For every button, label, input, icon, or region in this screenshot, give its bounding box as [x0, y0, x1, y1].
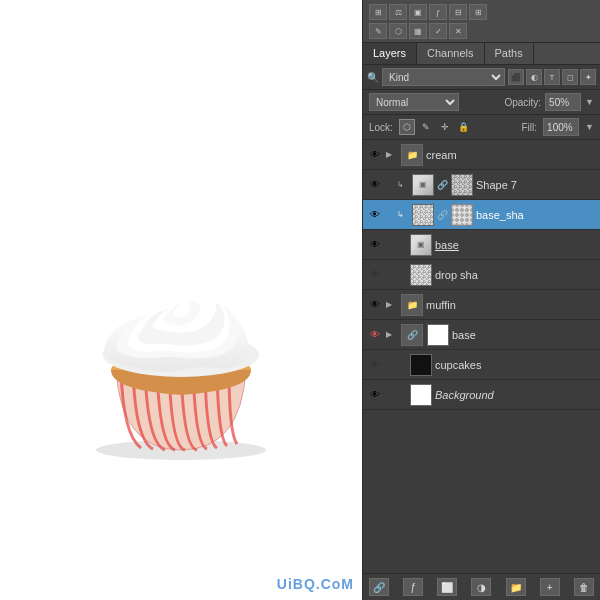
- layer-item-drop-sha[interactable]: 👁 drop sha: [363, 260, 600, 290]
- cross-icon[interactable]: ✕: [449, 23, 467, 39]
- layer-item-base[interactable]: 👁 ▣ base: [363, 230, 600, 260]
- smart-filter-icon[interactable]: ✦: [580, 69, 596, 85]
- fill-label: Fill:: [522, 122, 538, 133]
- opacity-arrow[interactable]: ▼: [585, 97, 594, 107]
- layer-item-cupcakes[interactable]: 👁 cupcakes: [363, 350, 600, 380]
- blend-mode-row: Normal Opacity: ▼: [363, 90, 600, 115]
- link-arrow-base-sha: ↳: [397, 210, 409, 219]
- brush-icon[interactable]: ⬡: [389, 23, 407, 39]
- layer-item-cream[interactable]: 👁 ▶ 📁 cream: [363, 140, 600, 170]
- panel-toolbar: ⊞ ⚖ ▣ ƒ ⊟ ⊞ ✎ ⬡ ▦ ✓ ✕: [363, 0, 600, 43]
- layer-thumb-background: [410, 384, 432, 406]
- lock-transparent-icon[interactable]: ⬡: [399, 119, 415, 135]
- visibility-icon-background[interactable]: 👁: [367, 387, 383, 403]
- layer-name-base: base: [435, 239, 596, 251]
- layer-thumb-muffin: 📁: [401, 294, 423, 316]
- lock-icons: ⬡ ✎ ✛ 🔒: [399, 119, 472, 135]
- grid-icon[interactable]: ⊟: [449, 4, 467, 20]
- link-arrow-shape7: ↳: [397, 180, 409, 189]
- group-arrow-base2[interactable]: ▶: [386, 330, 398, 339]
- arrange-icon[interactable]: ⊞: [369, 4, 387, 20]
- layer-item-shape7[interactable]: 👁 ↳ ▣ 🔗 Shape 7: [363, 170, 600, 200]
- group-arrow-cream[interactable]: ▶: [386, 150, 398, 159]
- opacity-input[interactable]: [545, 93, 581, 111]
- layer-mask-base2: [427, 324, 449, 346]
- link-icon-base-sha: 🔗: [437, 210, 447, 220]
- layer-thumb-base2: 🔗: [401, 324, 423, 346]
- adjust-filter-icon[interactable]: ◐: [526, 69, 542, 85]
- blend-mode-select[interactable]: Normal: [369, 93, 459, 111]
- group-arrow-muffin[interactable]: ▶: [386, 300, 398, 309]
- visibility-icon-base-sha[interactable]: 👁: [367, 207, 383, 223]
- new-layer-button[interactable]: +: [540, 578, 560, 596]
- layer-name-cupcakes: cupcakes: [435, 359, 596, 371]
- visibility-icon-cupcakes[interactable]: 👁: [367, 357, 383, 373]
- visibility-icon-shape7[interactable]: 👁: [367, 177, 383, 193]
- layer-thumb-cupcakes: [410, 354, 432, 376]
- tab-layers[interactable]: Layers: [363, 43, 417, 64]
- layer-item-base2[interactable]: 👁 ▶ 🔗 base: [363, 320, 600, 350]
- fx-icon[interactable]: ƒ: [429, 4, 447, 20]
- layers-icon[interactable]: ▣: [409, 4, 427, 20]
- cupcake-image: [41, 140, 321, 460]
- opacity-label: Opacity:: [504, 97, 541, 108]
- type-filter-icon[interactable]: T: [544, 69, 560, 85]
- kind-select[interactable]: Kind: [382, 68, 505, 86]
- layer-name-base2: base: [452, 329, 596, 341]
- visibility-icon-base[interactable]: 👁: [367, 237, 383, 253]
- new-group-button[interactable]: 📁: [506, 578, 526, 596]
- options-icon[interactable]: ⊞: [469, 4, 487, 20]
- layer-name-drop-sha: drop sha: [435, 269, 596, 281]
- tab-paths[interactable]: Paths: [485, 43, 534, 64]
- toolbar-row-2: ✎ ⬡ ▦ ✓ ✕: [369, 23, 594, 39]
- tab-channels[interactable]: Channels: [417, 43, 484, 64]
- balance-icon[interactable]: ⚖: [389, 4, 407, 20]
- layer-thumb-base: ▣: [410, 234, 432, 256]
- layer-name-cream: cream: [426, 149, 596, 161]
- layer-mask-shape7: [451, 174, 473, 196]
- search-icon: 🔍: [367, 72, 379, 83]
- canvas-area: UiBQ.CoM: [0, 0, 362, 600]
- layer-mask-base-sha: [451, 204, 473, 226]
- shape-filter-icon[interactable]: ◻: [562, 69, 578, 85]
- panel-bottom-bar: 🔗 ƒ ⬜ ◑ 📁 + 🗑: [363, 573, 600, 600]
- layer-thumb-shape7: ▣: [412, 174, 434, 196]
- layer-thumb-drop-sha: [410, 264, 432, 286]
- layers-list: 👁 ▶ 📁 cream 👁 ↳ ▣ 🔗 Shape 7 👁 ↳ 🔗 base_s…: [363, 140, 600, 573]
- link-icon-shape7: 🔗: [437, 180, 447, 190]
- layer-name-shape7: Shape 7: [476, 179, 596, 191]
- visibility-icon-base2[interactable]: 👁: [367, 327, 383, 343]
- layer-name-base-sha: base_sha: [476, 209, 596, 221]
- lock-all-icon[interactable]: 🔒: [456, 119, 472, 135]
- new-fill-button[interactable]: ◑: [471, 578, 491, 596]
- layers-panel: ⊞ ⚖ ▣ ƒ ⊟ ⊞ ✎ ⬡ ▦ ✓ ✕ Layers Channels Pa…: [362, 0, 600, 600]
- filter-bar: 🔍 Kind ⬛ ◐ T ◻ ✦: [363, 65, 600, 90]
- pen-icon[interactable]: ✎: [369, 23, 387, 39]
- link-layers-button[interactable]: 🔗: [369, 578, 389, 596]
- layer-item-background[interactable]: 👁 Background: [363, 380, 600, 410]
- check-icon[interactable]: ✓: [429, 23, 447, 39]
- lock-label: Lock:: [369, 122, 393, 133]
- add-mask-button[interactable]: ⬜: [437, 578, 457, 596]
- pixel-filter-icon[interactable]: ⬛: [508, 69, 524, 85]
- delete-layer-button[interactable]: 🗑: [574, 578, 594, 596]
- visibility-icon-drop-sha[interactable]: 👁: [367, 267, 383, 283]
- lock-pixels-icon[interactable]: ✎: [418, 119, 434, 135]
- add-style-button[interactable]: ƒ: [403, 578, 423, 596]
- lock-row: Lock: ⬡ ✎ ✛ 🔒 Fill: ▼: [363, 115, 600, 140]
- layer-name-muffin: muffin: [426, 299, 596, 311]
- panel-tabs: Layers Channels Paths: [363, 43, 600, 65]
- toolbar-row-1: ⊞ ⚖ ▣ ƒ ⊟ ⊞: [369, 4, 594, 20]
- watermark: UiBQ.CoM: [277, 576, 354, 592]
- layer-thumb-base-sha: [412, 204, 434, 226]
- layer-item-muffin[interactable]: 👁 ▶ 📁 muffin: [363, 290, 600, 320]
- lock-position-icon[interactable]: ✛: [437, 119, 453, 135]
- fill-arrow[interactable]: ▼: [585, 122, 594, 132]
- layer-item-base-sha[interactable]: 👁 ↳ 🔗 base_sha: [363, 200, 600, 230]
- layer-thumb-cream: 📁: [401, 144, 423, 166]
- visibility-icon-muffin[interactable]: 👁: [367, 297, 383, 313]
- filter-icons: ⬛ ◐ T ◻ ✦: [508, 69, 596, 85]
- gradient-icon[interactable]: ▦: [409, 23, 427, 39]
- visibility-icon-cream[interactable]: 👁: [367, 147, 383, 163]
- fill-input[interactable]: [543, 118, 579, 136]
